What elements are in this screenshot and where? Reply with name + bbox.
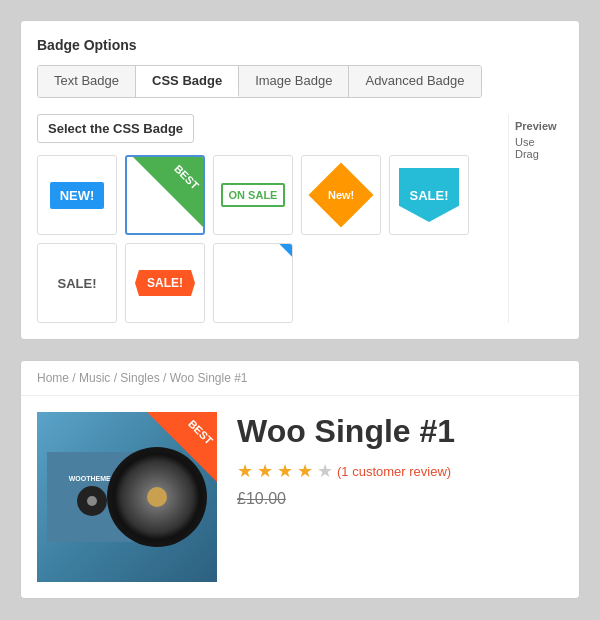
badge-sale-teal[interactable]: SALE! bbox=[389, 155, 469, 235]
badge-best-triangle bbox=[133, 157, 203, 227]
badge-sale-ribbon-label: SALE! bbox=[135, 270, 195, 296]
product-badge-triangle: BEST bbox=[147, 412, 217, 482]
vinyl-center bbox=[147, 487, 167, 507]
star-5-empty: ★ bbox=[317, 460, 333, 482]
album-brand: WOOTHEMES bbox=[69, 475, 116, 482]
star-4-half: ★ bbox=[297, 460, 313, 482]
badge-best-corner[interactable]: BEST bbox=[125, 155, 205, 235]
product-badge-text: BEST bbox=[186, 417, 215, 446]
preview-subtitle: Use Drag bbox=[515, 136, 557, 160]
css-badge-section: Select the CSS Badge NEW! BEST ON SALE bbox=[37, 114, 498, 323]
tab-css-badge[interactable]: CSS Badge bbox=[136, 66, 239, 97]
tab-image-badge[interactable]: Image Badge bbox=[239, 66, 349, 97]
badge-new-ribbon[interactable]: NEW bbox=[213, 243, 293, 323]
star-2: ★ bbox=[257, 460, 273, 482]
product-area: WOOTHEMES BEST Woo Single #1 ★ ★ bbox=[21, 396, 579, 598]
badge-new-blue-label: NEW! bbox=[50, 182, 105, 209]
star-1: ★ bbox=[237, 460, 253, 482]
product-panel: Home / Music / Singles / Woo Single #1 W… bbox=[20, 360, 580, 599]
breadcrumb: Home / Music / Singles / Woo Single #1 bbox=[21, 361, 579, 396]
product-info: Woo Single #1 ★ ★ ★ ★ ★ (1 customer revi… bbox=[237, 412, 563, 582]
badge-onsale[interactable]: ON SALE bbox=[213, 155, 293, 235]
badge-onsale-label: ON SALE bbox=[221, 183, 286, 207]
section-title: Select the CSS Badge bbox=[37, 114, 194, 143]
badge-grid: NEW! BEST ON SALE New! bbox=[37, 155, 498, 323]
badge-new-blue[interactable]: NEW! bbox=[37, 155, 117, 235]
product-title: Woo Single #1 bbox=[237, 412, 563, 450]
review-link[interactable]: (1 customer review) bbox=[337, 464, 451, 479]
star-3: ★ bbox=[277, 460, 293, 482]
badge-new-ribbon-shape: NEW bbox=[232, 244, 292, 304]
badge-sale-ribbon[interactable]: SALE! bbox=[125, 243, 205, 323]
product-image-wrap: WOOTHEMES BEST bbox=[37, 412, 217, 582]
panel-title: Badge Options bbox=[37, 37, 563, 53]
tab-text-badge[interactable]: Text Badge bbox=[38, 66, 136, 97]
product-price: £10.00 bbox=[237, 490, 563, 508]
badge-sale-text[interactable]: SALE! bbox=[37, 243, 117, 323]
badge-new-ribbon-text: NEW bbox=[253, 243, 293, 263]
star-rating: ★ ★ ★ ★ ★ (1 customer review) bbox=[237, 460, 563, 482]
preview-area: Preview Use Drag bbox=[508, 114, 563, 323]
badge-options-panel: Badge Options Text Badge CSS Badge Image… bbox=[20, 20, 580, 340]
preview-title: Preview bbox=[515, 120, 557, 132]
badge-new-diamond-shape: New! bbox=[308, 162, 373, 227]
badge-new-diamond[interactable]: New! bbox=[301, 155, 381, 235]
tab-bar: Text Badge CSS Badge Image Badge Advance… bbox=[37, 65, 482, 98]
album-icon bbox=[77, 486, 107, 516]
album-icon-inner bbox=[87, 496, 97, 506]
tab-advanced-badge[interactable]: Advanced Badge bbox=[349, 66, 480, 97]
badge-sale-text-label: SALE! bbox=[58, 276, 97, 291]
badge-sale-teal-label: SALE! bbox=[399, 168, 459, 222]
badge-new-diamond-text: New! bbox=[328, 189, 354, 201]
